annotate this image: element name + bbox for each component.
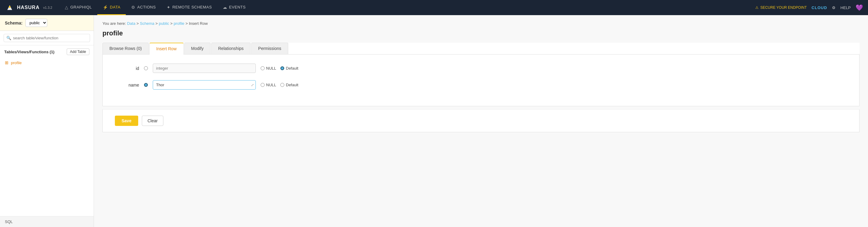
id-default-label: Default: [286, 66, 298, 71]
nav-remote-schemas[interactable]: ✦ REMOTE SCHEMAS: [161, 0, 217, 15]
name-default-option[interactable]: Default: [280, 83, 298, 87]
search-wrap: 🔍: [4, 34, 90, 42]
search-input[interactable]: [13, 36, 87, 40]
id-null-label: NULL: [266, 66, 276, 71]
tab-permissions[interactable]: Permissions: [251, 43, 288, 54]
clear-button[interactable]: Clear: [142, 116, 163, 126]
warning-icon: ⚠: [755, 5, 758, 10]
field-label-id: id: [115, 66, 139, 71]
heart-icon[interactable]: 💜: [856, 4, 863, 11]
hasura-logo-icon: [5, 3, 14, 12]
tab-browse-rows[interactable]: Browse Rows (0): [102, 43, 149, 54]
nav-events[interactable]: ☁ EVENTS: [217, 0, 251, 15]
table-item-profile[interactable]: ⊞ profile: [0, 58, 94, 67]
nav-right: ⚠ SECURE YOUR ENDPOINT CLOUD ⚙ HELP 💜: [755, 4, 863, 11]
breadcrumb-profile[interactable]: profile: [174, 21, 184, 26]
nav-items: △ GRAPHIQL ⚡ DATA ⚙ ACTIONS ✦ REMOTE SCH…: [59, 0, 755, 15]
id-default-radio[interactable]: [280, 66, 284, 70]
actions-icon: ⚙: [131, 5, 135, 10]
secure-endpoint-link[interactable]: ⚠ SECURE YOUR ENDPOINT: [755, 5, 807, 10]
nav-graphiql[interactable]: △ GRAPHIQL: [59, 0, 97, 15]
name-null-option[interactable]: NULL: [261, 83, 276, 87]
cloud-link[interactable]: CLOUD: [812, 5, 827, 10]
form-row-name: name ⤢ NULL Default: [115, 80, 847, 89]
name-null-label: NULL: [266, 83, 276, 87]
top-nav: HASURA v1.3.2 △ GRAPHIQL ⚡ DATA ⚙ ACTION…: [0, 0, 868, 15]
id-default-option[interactable]: Default: [280, 66, 298, 71]
sql-label: SQL: [5, 219, 13, 224]
nav-actions[interactable]: ⚙ ACTIONS: [126, 0, 161, 15]
graphiql-icon: △: [65, 5, 68, 10]
breadcrumb-current: Insert Row: [189, 21, 208, 26]
form-row-id: id NULL Default: [115, 64, 847, 73]
sidebar: Schema: public 🔍 Tables/Views/Functions …: [0, 15, 94, 227]
breadcrumb-schema[interactable]: Schema: [140, 21, 155, 26]
id-input: [153, 64, 256, 73]
name-default-label: Default: [286, 83, 298, 87]
remote-schemas-icon: ✦: [167, 5, 170, 10]
schema-selector: Schema: public: [0, 15, 94, 31]
table-list: ⊞ profile: [0, 57, 94, 68]
table-name-profile: profile: [11, 61, 22, 65]
id-radio[interactable]: [144, 66, 148, 70]
table-grid-icon: ⊞: [5, 60, 8, 65]
action-buttons: Save Clear: [102, 109, 860, 132]
breadcrumb-public[interactable]: public: [159, 21, 169, 26]
settings-icon[interactable]: ⚙: [832, 5, 836, 10]
id-null-radio[interactable]: [261, 66, 265, 70]
breadcrumb-data[interactable]: Data: [127, 21, 135, 26]
id-null-default: NULL Default: [261, 66, 298, 71]
main-layout: Schema: public 🔍 Tables/Views/Functions …: [0, 15, 868, 227]
content-area: You are here: Data > Schema > public > p…: [94, 15, 868, 227]
search-box: 🔍: [0, 31, 94, 45]
svg-point-1: [9, 6, 10, 8]
app-logo-text: HASURA: [17, 5, 39, 10]
add-table-button[interactable]: Add Table: [67, 48, 89, 55]
name-null-radio[interactable]: [261, 83, 265, 87]
save-button[interactable]: Save: [115, 116, 138, 126]
breadcrumb: You are here: Data > Schema > public > p…: [102, 21, 860, 26]
schema-label: Schema:: [5, 21, 23, 26]
name-input[interactable]: [153, 80, 256, 89]
logo-area: HASURA v1.3.2: [5, 3, 52, 12]
id-null-option[interactable]: NULL: [261, 66, 276, 71]
tabs: Browse Rows (0) Insert Row Modify Relati…: [102, 43, 860, 54]
events-icon: ☁: [223, 5, 227, 10]
schema-select[interactable]: public: [26, 19, 47, 27]
name-default-radio[interactable]: [280, 83, 284, 87]
sql-section[interactable]: SQL: [0, 216, 94, 227]
data-icon: ⚡: [103, 5, 108, 10]
app-version: v1.3.2: [43, 6, 52, 9]
nav-data[interactable]: ⚡ DATA: [97, 0, 126, 15]
help-link[interactable]: HELP: [840, 5, 851, 10]
name-radio-input[interactable]: [144, 83, 148, 87]
tables-title: Tables/Views/Functions (1): [4, 50, 55, 54]
tables-header: Tables/Views/Functions (1) Add Table: [0, 45, 94, 57]
form-area: id NULL Default name: [102, 54, 860, 106]
search-icon: 🔍: [6, 36, 11, 40]
name-input-wrap: ⤢: [153, 80, 256, 89]
tab-relationships[interactable]: Relationships: [211, 43, 251, 54]
tab-modify[interactable]: Modify: [184, 43, 211, 54]
page-title: profile: [102, 29, 860, 37]
field-label-name: name: [115, 83, 139, 87]
expand-icon[interactable]: ⤢: [251, 83, 254, 87]
name-null-default: NULL Default: [261, 83, 298, 87]
name-radio[interactable]: [144, 83, 148, 87]
breadcrumb-prefix: You are here:: [102, 21, 126, 26]
id-radio-input[interactable]: [144, 66, 148, 70]
tab-insert-row[interactable]: Insert Row: [149, 43, 184, 54]
